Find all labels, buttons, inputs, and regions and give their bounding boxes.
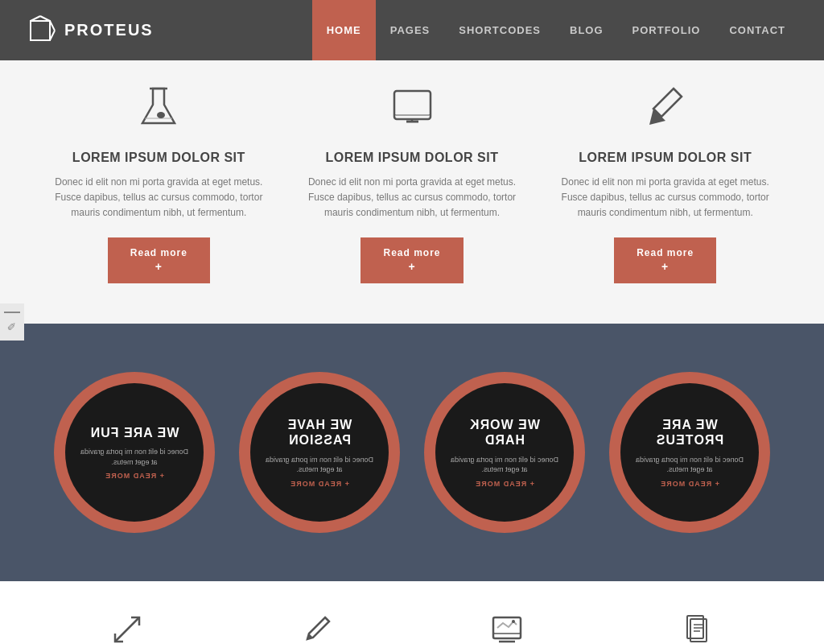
circle-2: WE HAVE PASSION Donec id elit non mi por… xyxy=(239,372,400,533)
circle-link-4[interactable]: + READ MORE xyxy=(660,480,719,488)
brush-icon xyxy=(645,85,686,138)
tablet-icon xyxy=(390,85,435,138)
circle-1: WE ARE FUN Donec id elit non mi porta gr… xyxy=(54,372,215,533)
documented-icon xyxy=(681,613,713,644)
nav-contact[interactable]: CONTACT xyxy=(715,0,800,60)
bottom-feature-2: UNLIMITED COLOURS Donec id elit non mi p… xyxy=(222,613,412,644)
svg-point-6 xyxy=(157,112,165,118)
bottom-feature-3: AWSOME SLIDER Donec id elit non mi porta… xyxy=(412,613,602,644)
circle-title-3: WE WORK HARD xyxy=(447,418,562,448)
feature-col-3: LOREM IPSUM DOLOR SIT Donec id elit non … xyxy=(538,85,792,283)
svg-line-12 xyxy=(115,617,139,642)
circle-text-3: Donec id elit non mi porta gravida at eg… xyxy=(447,455,562,475)
feature-text-1: Donec id elit non mi porta gravida at eg… xyxy=(48,175,270,221)
nav-blog[interactable]: BLOG xyxy=(555,0,618,60)
nav-shortcodes[interactable]: SHORTCODES xyxy=(444,0,555,60)
circle-title-2: WE HAVE PASSION xyxy=(262,418,377,448)
read-more-btn-1[interactable]: Read more + xyxy=(108,237,210,284)
features-section: LOREM IPSUM DOLOR SIT Donec id elit non … xyxy=(0,60,824,324)
circle-outer-1: WE ARE FUN Donec id elit non mi porta gr… xyxy=(54,372,215,533)
feature-col-1: LOREM IPSUM DOLOR SIT Donec id elit non … xyxy=(32,85,286,283)
feature-title-1: LOREM IPSUM DOLOR SIT xyxy=(72,151,245,165)
read-more-btn-2[interactable]: Read more + xyxy=(360,237,463,284)
bottom-feature-1: RESPONSIVE DESIGN Donec id elit non mi p… xyxy=(32,613,222,644)
svg-rect-8 xyxy=(394,91,431,115)
circle-text-2: Donec id elit non mi porta gravida at eg… xyxy=(262,455,377,475)
circle-text-4: Donec id elit non mi porta gravida at eg… xyxy=(632,455,747,475)
circle-title-4: WE ARE PROTEUS xyxy=(632,418,747,448)
nav-home[interactable]: HOME xyxy=(312,0,376,60)
circle-link-2[interactable]: + READ MORE xyxy=(290,480,349,488)
circle-outer-2: WE HAVE PASSION Donec id elit non mi por… xyxy=(239,372,400,533)
circle-3: WE WORK HARD Donec id elit non mi porta … xyxy=(424,372,585,533)
left-sidebar: ✏ xyxy=(0,303,24,341)
feature-text-2: Donec id elit non mi porta gravida at eg… xyxy=(302,175,523,221)
sidebar-line-icon xyxy=(4,312,20,313)
bottom-features: RESPONSIVE DESIGN Donec id elit non mi p… xyxy=(0,581,824,644)
nav-pages[interactable]: PAGES xyxy=(376,0,445,60)
circles-section: WE ARE FUN Donec id elit non mi porta gr… xyxy=(0,324,824,581)
slider-icon xyxy=(491,613,523,644)
logo-text: PROTEUS xyxy=(64,21,154,39)
circle-link-3[interactable]: + READ MORE xyxy=(475,480,534,488)
feature-col-2: LOREM IPSUM DOLOR SIT Donec id elit non … xyxy=(286,85,539,283)
circle-title-1: WE ARE FUN xyxy=(90,425,179,440)
circle-inner-3: WE WORK HARD Donec id elit non mi porta … xyxy=(435,383,574,522)
circle-outer-4: WE ARE PROTEUS Donec id elit non mi port… xyxy=(609,372,770,533)
navbar: PROTEUS HOME PAGES SHORTCODES BLOG PORTF… xyxy=(0,0,824,60)
circle-4: WE ARE PROTEUS Donec id elit non mi port… xyxy=(609,372,770,533)
read-more-btn-3[interactable]: Read more + xyxy=(614,237,716,284)
logo-icon xyxy=(24,14,56,47)
nav-links: HOME PAGES SHORTCODES BLOG PORTFOLIO CON… xyxy=(312,0,800,60)
svg-line-11 xyxy=(674,89,682,97)
logo: PROTEUS xyxy=(24,14,312,47)
responsive-icon xyxy=(111,613,143,644)
circle-inner-2: WE HAVE PASSION Donec id elit non mi por… xyxy=(250,383,389,522)
nav-portfolio[interactable]: PORTFOLIO xyxy=(618,0,715,60)
circle-link-1[interactable]: + READ MORE xyxy=(105,473,164,481)
feature-text-3: Donec id elit non mi porta gravida at eg… xyxy=(554,175,776,221)
circle-inner-1: WE ARE FUN Donec id elit non mi porta gr… xyxy=(65,383,204,522)
circle-inner-4: WE ARE PROTEUS Donec id elit non mi port… xyxy=(620,383,759,522)
circle-text-1: Donec id elit non mi porta gravida at eg… xyxy=(77,447,192,467)
feature-title-2: LOREM IPSUM DOLOR SIT xyxy=(326,151,499,165)
bottom-feature-4: WELL DOCUMENTED Donec id elit non mi por… xyxy=(602,613,792,644)
svg-point-17 xyxy=(512,620,515,623)
sidebar-pencil-icon[interactable]: ✏ xyxy=(4,318,20,334)
feature-title-3: LOREM IPSUM DOLOR SIT xyxy=(579,151,752,165)
circle-outer-3: WE WORK HARD Donec id elit non mi porta … xyxy=(424,372,585,533)
colours-icon xyxy=(301,613,333,644)
svg-rect-0 xyxy=(31,21,50,40)
flask-icon xyxy=(138,85,179,138)
